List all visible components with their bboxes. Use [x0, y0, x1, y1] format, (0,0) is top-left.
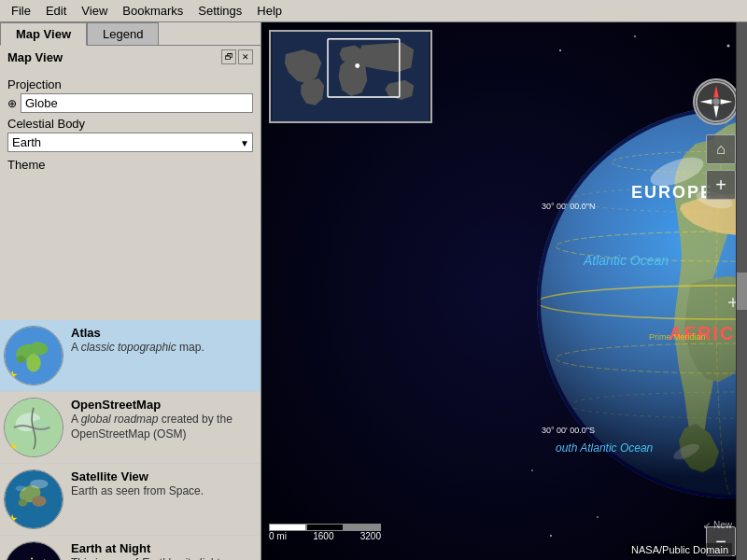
map-view-canvas[interactable]: EUROPE ASIA AFRICA Atlantic Ocean Indian…: [261, 22, 747, 560]
theme-name-satellite: Satellite View: [71, 469, 257, 483]
svg-point-12: [30, 479, 48, 488]
scale-labels: 0 mi 1600 3200: [269, 531, 381, 541]
tab-bar: Map View Legend: [0, 22, 261, 46]
theme-desc-osm: A global roadmap created by the OpenStre…: [71, 412, 257, 443]
theme-desc-satellite: Earth as seen from Space.: [71, 483, 257, 499]
vertical-scrollbar[interactable]: [736, 22, 747, 560]
main-layout: Map View Legend Map View 🗗 ✕ Projection …: [0, 22, 747, 560]
mini-map-svg: [271, 32, 430, 121]
compass[interactable]: [693, 78, 740, 125]
scale-bar: 0 mi 1600 3200: [269, 524, 381, 541]
menu-edit[interactable]: Edit: [38, 2, 74, 20]
svg-point-14: [5, 542, 63, 561]
compass-svg: [695, 78, 738, 125]
europe-text: EUROPE: [631, 183, 713, 202]
prime-meridian-text: Prime Meridian: [649, 332, 706, 342]
left-panel: Map View Legend Map View 🗗 ✕ Projection …: [0, 22, 261, 560]
projection-select-wrapper: ⊕ Globe Mercator Equirectangular: [7, 93, 253, 113]
scale-seg-3: [344, 524, 381, 531]
menu-help[interactable]: Help: [249, 2, 289, 20]
credit-text: NASA/Public Domain: [627, 543, 732, 556]
scale-ruler: [269, 524, 381, 531]
compass-circle: [693, 78, 740, 125]
theme-thumb-osm: ★: [4, 398, 63, 457]
tab-legend[interactable]: Legend: [87, 22, 159, 45]
restore-button[interactable]: 🗗: [221, 49, 236, 64]
svg-point-4: [17, 356, 26, 363]
panel-content: Projection ⊕ Globe Mercator Equirectangu…: [0, 68, 261, 320]
menu-view[interactable]: View: [74, 2, 115, 20]
scale-label-3200: 3200: [360, 531, 381, 541]
svg-point-64: [712, 98, 719, 105]
globe-svg: EUROPE ASIA AFRICA Atlantic Ocean Indian…: [528, 50, 747, 554]
theme-thumb-satellite: ★: [4, 469, 63, 529]
svg-point-54: [537, 106, 747, 498]
celestial-body-select-wrapper: Earth Moon Mars ▼: [7, 133, 253, 152]
theme-thumb-night: ☆: [4, 541, 63, 561]
mini-map[interactable]: [269, 30, 432, 123]
projection-select[interactable]: Globe Mercator Equirectangular: [21, 93, 253, 113]
zoom-in-button[interactable]: +: [706, 170, 736, 200]
svg-point-16: [31, 557, 33, 559]
close-button[interactable]: ✕: [238, 49, 253, 64]
svg-point-11: [19, 499, 28, 507]
menubar: File Edit View Bookmarks Settings Help: [0, 0, 747, 22]
osm-star-icon: ★: [7, 440, 19, 455]
s-atlantic-text: outh Atlantic Ocean: [556, 441, 654, 455]
svg-point-26: [634, 35, 636, 37]
theme-desc-night: This image of Earth's city lights was cr…: [71, 555, 257, 561]
scale-seg-2: [306, 524, 344, 531]
celestial-body-select[interactable]: Earth Moon Mars: [7, 133, 253, 152]
theme-item-atlas[interactable]: ★ Atlas A classic topographic map.: [0, 320, 261, 392]
scale-label-1600: 1600: [313, 531, 333, 541]
coord-30s: 30° 00' 00.0"S: [542, 426, 595, 435]
theme-item-satellite[interactable]: ★ Satellite View Earth as seen from Spac…: [0, 464, 261, 536]
scale-seg-1: [269, 524, 306, 531]
theme-label: Theme: [7, 158, 253, 172]
svg-point-58: [355, 63, 359, 68]
menu-settings[interactable]: Settings: [190, 2, 249, 20]
globe-sym-icon: ⊕: [7, 97, 17, 110]
theme-name-atlas: Atlas: [71, 326, 257, 340]
theme-item-osm[interactable]: ★ OpenStreetMap A global roadmap created…: [0, 392, 261, 464]
map-view-controls: 🗗 ✕: [221, 49, 253, 64]
theme-item-night[interactable]: ☆ Earth at Night This image of Earth's c…: [0, 536, 261, 561]
menu-bookmarks[interactable]: Bookmarks: [115, 2, 190, 20]
scale-bar-content: 0 mi 1600 3200: [269, 524, 381, 541]
theme-info-satellite: Satellite View Earth as seen from Space.: [71, 469, 257, 499]
theme-name-night: Earth at Night: [71, 541, 257, 555]
theme-name-osm: OpenStreetMap: [71, 398, 257, 412]
theme-info-night: Earth at Night This image of Earth's cit…: [71, 541, 257, 561]
coord-30n: 30° 00' 00.0"N: [542, 202, 596, 211]
theme-info-osm: OpenStreetMap A global roadmap created b…: [71, 398, 257, 443]
svg-point-10: [32, 496, 47, 507]
home-button[interactable]: ⌂: [706, 134, 736, 164]
projection-label: Projection: [7, 77, 253, 91]
menu-file[interactable]: File: [4, 2, 38, 20]
svg-point-3: [26, 354, 41, 371]
map-view-header: Map View 🗗 ✕: [0, 46, 261, 68]
scrollbar-thumb[interactable]: [737, 273, 747, 310]
theme-desc-atlas: A classic topographic map.: [71, 340, 257, 356]
theme-thumb-atlas: ★: [4, 326, 63, 385]
atlas-star-icon: ★: [7, 368, 19, 383]
new-label: ↙ New: [703, 520, 732, 530]
celestial-body-label: Celestial Body: [7, 117, 253, 131]
theme-info-atlas: Atlas A classic topographic map.: [71, 326, 257, 356]
tab-map-view[interactable]: Map View: [0, 22, 87, 46]
satellite-star-icon: ★: [7, 511, 19, 526]
scale-label-0: 0 mi: [269, 531, 287, 541]
svg-point-13: [16, 485, 27, 491]
svg-point-27: [727, 45, 730, 48]
theme-list: ★ Atlas A classic topographic map.: [0, 320, 261, 561]
map-view-title: Map View: [7, 50, 63, 64]
atlantic-text: Atlantic Ocean: [583, 253, 669, 268]
